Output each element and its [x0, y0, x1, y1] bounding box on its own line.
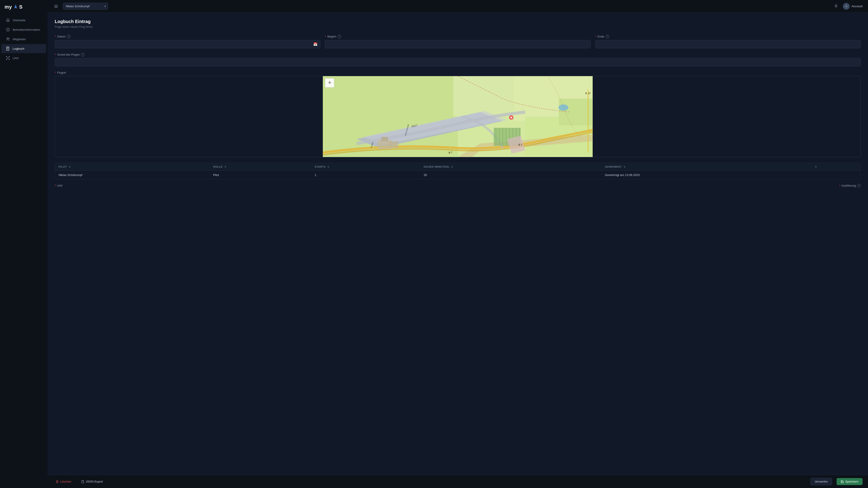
- logo: my S: [0, 0, 48, 15]
- map-svg: B 7 B 7 09/27 K 47 Rennostraße Straße: [55, 76, 861, 157]
- cell-pilot: Niklas Schütrumpf: [55, 171, 210, 180]
- ende-help-icon[interactable]: ?: [606, 35, 609, 38]
- map-container[interactable]: B 7 B 7 09/27 K 47 Rennostraße Straße: [55, 76, 861, 157]
- cell-genehmigt: Genehmigt am 13.06.2023: [601, 171, 810, 180]
- svg-point-14: [9, 59, 10, 60]
- svg-text:B 7: B 7: [448, 151, 453, 154]
- page-title: Logbuch Eintrag: [55, 19, 861, 24]
- json-export-button[interactable]: JSON Export: [79, 478, 105, 485]
- col-extra[interactable]: ⇅: [810, 163, 861, 171]
- sidebar-item-startseite[interactable]: Startseite: [1, 15, 46, 25]
- uav-label: * UAV: [55, 184, 63, 187]
- grund-field: * Grund des Fluges ? Testflug: [55, 53, 861, 66]
- file-icon: [81, 480, 84, 483]
- flugort-section: * Flugort: [55, 71, 861, 157]
- save-icon: [841, 480, 844, 483]
- info-circle-icon: [6, 28, 10, 32]
- bottom-bar: Löschen JSON Export Verwerfen Speichern: [48, 475, 868, 488]
- datum-field: * Datum ? 13.06.2023 📅: [55, 35, 320, 48]
- topbar: Niklas Schütrumpf ▾ Account: [48, 0, 868, 13]
- logo-icon: [12, 4, 19, 10]
- verwerfen-button[interactable]: Verwerfen: [810, 478, 832, 485]
- ende-field: * Ende ? 12:00: [595, 35, 861, 48]
- svg-rect-41: [389, 141, 398, 148]
- beginn-input[interactable]: 08:00: [325, 40, 590, 48]
- cell-dauer: 20: [420, 171, 601, 180]
- speichern-button[interactable]: Speichern: [837, 478, 863, 485]
- sort-starts-icon: ⇅: [327, 166, 329, 168]
- sort-genehmigt-icon: ⇅: [624, 166, 626, 168]
- page-subtitle: Füge einen neuen Flug hinzu: [55, 25, 861, 29]
- user-select[interactable]: Niklas Schütrumpf: [63, 3, 108, 10]
- book-icon: [6, 46, 10, 51]
- datum-input[interactable]: 13.06.2023: [55, 40, 320, 48]
- cell-starts: 1: [311, 171, 420, 180]
- svg-rect-7: [6, 47, 9, 51]
- pilots-table-wrapper: PILOT ⇅ ROLLE ⇅ STARTS ⇅ DAUER (MINUTE: [55, 163, 861, 180]
- datum-required: *: [55, 35, 56, 38]
- user-select-wrapper: Niklas Schütrumpf ▾: [63, 3, 108, 10]
- sort-extra-icon: ⇅: [815, 166, 817, 168]
- cell-extra: [810, 171, 861, 180]
- beginn-required: *: [325, 35, 326, 38]
- flugort-required: *: [55, 71, 56, 74]
- svg-point-11: [6, 57, 7, 57]
- sidebar-item-logbuch[interactable]: Logbuch: [1, 44, 46, 53]
- beginn-field: * Beginn ? 08:00: [325, 35, 590, 48]
- svg-point-5: [7, 38, 8, 39]
- sort-pilot-icon: ⇅: [69, 166, 71, 168]
- grund-input[interactable]: Testflug: [55, 58, 861, 66]
- svg-point-29: [559, 104, 568, 111]
- svg-text:B 7: B 7: [519, 143, 522, 146]
- users-icon: [6, 37, 10, 41]
- col-genehmigt[interactable]: GENEHMIGT ⇅: [601, 163, 810, 171]
- sort-dauer-icon: ⇅: [451, 166, 453, 168]
- cell-rolle: Pilot: [210, 171, 311, 180]
- sort-rolle-icon: ⇅: [224, 166, 226, 168]
- calendar-icon[interactable]: 📅: [313, 42, 318, 46]
- ende-input[interactable]: 12:00: [595, 40, 861, 48]
- svg-rect-22: [453, 76, 521, 117]
- trash-icon: [56, 480, 59, 483]
- col-dauer[interactable]: DAUER (MINUTEN) ⇅: [420, 163, 601, 171]
- beginn-help-icon[interactable]: ?: [338, 35, 341, 38]
- drone-icon: [6, 56, 10, 60]
- svg-text:✛: ✛: [328, 80, 331, 85]
- account-button[interactable]: Account: [843, 3, 863, 10]
- grund-help-icon[interactable]: ?: [81, 53, 85, 57]
- col-starts[interactable]: STARTS ⇅: [311, 163, 420, 171]
- grund-row: * Grund des Fluges ? Testflug: [55, 53, 861, 66]
- datum-help-icon[interactable]: ?: [67, 35, 70, 38]
- pilots-table: PILOT ⇅ ROLLE ⇅ STARTS ⇅ DAUER (MINUTE: [55, 163, 861, 179]
- svg-rect-40: [381, 137, 388, 141]
- svg-point-12: [9, 57, 10, 57]
- date-row: * Datum ? 13.06.2023 📅 * Beginn ? 08:00: [55, 35, 861, 48]
- notification-bell-button[interactable]: [833, 2, 839, 10]
- sidebar: my S Startseite Betreiberinformation Mit…: [0, 0, 48, 488]
- grund-required: *: [55, 53, 56, 57]
- col-rolle[interactable]: ROLLE ⇅: [210, 163, 311, 171]
- delete-button[interactable]: Löschen: [53, 478, 74, 485]
- col-pilot[interactable]: PILOT ⇅: [55, 163, 210, 171]
- avatar: [843, 3, 850, 10]
- ausfuehrung-label: * Ausführung ?: [839, 184, 861, 188]
- hamburger-button[interactable]: [53, 3, 59, 9]
- ausfuehrung-help-icon[interactable]: ?: [857, 184, 861, 188]
- svg-point-51: [510, 117, 512, 118]
- svg-point-19: [846, 5, 847, 6]
- svg-point-6: [8, 38, 9, 39]
- ende-required: *: [595, 35, 596, 38]
- sidebar-item-betreiberinfo[interactable]: Betreiberinformation: [1, 25, 46, 34]
- table-header-row: PILOT ⇅ ROLLE ⇅ STARTS ⇅ DAUER (MINUTE: [55, 163, 861, 171]
- home-icon: [6, 18, 10, 22]
- svg-point-13: [6, 59, 7, 60]
- main-area: Niklas Schütrumpf ▾ Account Logbuch Eint…: [48, 0, 868, 488]
- sidebar-item-uav[interactable]: UAV: [1, 54, 46, 63]
- table-row: Niklas SchütrumpfPilot120Genehmigt am 13…: [55, 171, 861, 180]
- sidebar-item-mitglieder[interactable]: Mitglieder: [1, 35, 46, 43]
- content-area: Logbuch Eintrag Füge einen neuen Flug hi…: [48, 13, 868, 488]
